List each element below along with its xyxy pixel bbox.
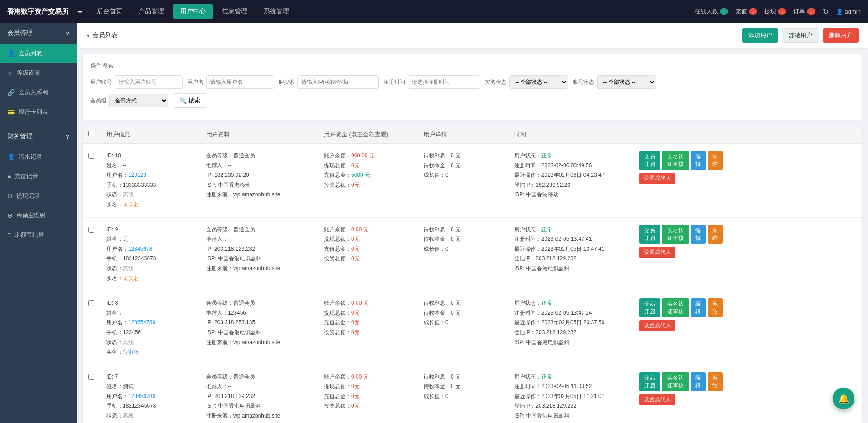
row3-freeze-btn[interactable]: 冻结 <box>708 298 723 317</box>
row1-balance[interactable]: 969.00 元 <box>351 152 375 159</box>
ip-label: IP搜索 <box>279 78 294 86</box>
sidebar-item-network[interactable]: 🔗 会员关系网 <box>0 83 77 102</box>
nav-item-info[interactable]: 信息管理 <box>215 4 255 19</box>
order-count: 0 <box>807 8 815 15</box>
table-header: 用户信息 用户资料 用户资金 (点击金额查看) 用户详情 时间 <box>83 126 862 144</box>
row4-checkbox[interactable] <box>88 374 94 380</box>
row4-username-link[interactable]: 123456789 <box>128 393 155 399</box>
sidebar-item-yuebao[interactable]: ⊕ 余额宝理财 <box>0 206 77 225</box>
yuebao-icon: ⊕ <box>7 212 13 219</box>
order-badge[interactable]: 订单 0 <box>793 7 815 15</box>
search-button[interactable]: 🔍 搜索 <box>173 93 207 108</box>
row3-checkbox[interactable] <box>88 300 94 306</box>
row3-edit-btn[interactable]: 编辑 <box>691 298 706 317</box>
real-status-select[interactable]: -- 全部状态 -- <box>509 75 568 89</box>
row2-user-data: 会员等级：普通会员 推荐人：-- IP: 203.218.129.232 ISP… <box>201 225 318 274</box>
search-title: 条件搜索 <box>90 62 855 70</box>
row1-agent-btn[interactable]: 设置成代人 <box>639 173 675 184</box>
row2-trade-btn[interactable]: 交易开启 <box>639 225 660 244</box>
refresh-icon[interactable]: ↻ <box>823 7 829 16</box>
row1-verify-btn[interactable]: 实名认证审核 <box>662 151 689 170</box>
yuebao-settle-label: 余额宝结算 <box>14 231 44 239</box>
row1-edit-btn[interactable]: 编辑 <box>691 151 706 170</box>
nav-item-system[interactable]: 系统管理 <box>256 4 296 19</box>
row3-trade-btn[interactable]: 交易开启 <box>639 298 660 317</box>
row4-user-data: 会员等级：普通会员 推荐人：-- IP: 203.218.129.232 ISP… <box>201 372 318 421</box>
row4-trade-btn[interactable]: 交易开启 <box>639 372 660 391</box>
username-input[interactable] <box>206 75 274 89</box>
bankcard-icon: 💳 <box>7 108 15 116</box>
transactions-icon: 👤 <box>7 153 15 160</box>
real-status-label: 实名状态 <box>485 78 506 86</box>
sidebar-item-level[interactable]: ☆ 等级设置 <box>0 63 77 83</box>
row1-user-info: ID: 10 姓名：-- 用户名：123123 手机：13333333333 状… <box>101 151 201 210</box>
row4-agent-btn[interactable]: 设置成代人 <box>639 394 675 405</box>
row1-checkbox[interactable] <box>88 153 94 159</box>
sidebar-item-yuebao-settle[interactable]: ≡ 余额宝结算 <box>0 225 77 245</box>
row2-freeze-btn[interactable]: 冻结 <box>708 225 723 244</box>
nav-item-product[interactable]: 产品管理 <box>131 4 171 19</box>
sidebar-item-member-list[interactable]: 👤 会员列表 <box>0 44 77 63</box>
group-select[interactable]: 全部方式 <box>109 94 168 107</box>
row4-detail: 待收利息：0 元 待收本金：0 元 成长值：0 <box>418 372 509 402</box>
row1-freeze-btn[interactable]: 冻结 <box>708 151 723 170</box>
sidebar-item-withdraw-records[interactable]: ⊙ 提现记录 <box>0 186 77 206</box>
top-nav-right: 在线人数 1 充值 0 提现 0 订单 0 ↻ 👤 admin <box>694 7 861 16</box>
row2-time: 用户状态：正常 注册时间：2023-02-05 13:47:41 最近操作：20… <box>509 225 636 274</box>
table-row: ID: 8 姓名：-- 用户名：123654789 手机：123456 状态：离… <box>83 291 862 365</box>
row2-verify-btn[interactable]: 实名认证审核 <box>662 225 689 244</box>
recharge-badge[interactable]: 充值 0 <box>735 7 757 15</box>
account-status-label: 账号状态 <box>573 78 594 86</box>
row4-verify-btn[interactable]: 实名认证审核 <box>662 372 689 391</box>
logo: 香港数字资产交易所 <box>7 7 68 16</box>
withdraw-badge[interactable]: 提现 0 <box>764 7 786 15</box>
withdraw-records-label: 提现记录 <box>16 192 40 200</box>
row3-verify-btn[interactable]: 实名认证审核 <box>662 298 689 317</box>
nav-item-dashboard[interactable]: 后台首页 <box>90 4 130 19</box>
section1-chevron: ∨ <box>65 29 70 37</box>
online-users[interactable]: 在线人数 1 <box>694 7 728 15</box>
row2-checkbox[interactable] <box>88 227 94 233</box>
row2-checkbox-col <box>83 225 101 233</box>
add-user-button[interactable]: 添加用户 <box>742 28 778 43</box>
account-input[interactable] <box>115 75 183 89</box>
row3-username-link[interactable]: 123654789 <box>128 319 155 326</box>
row1-time: 用户状态：正常 注册时间：2023-02-06 03:49:56 最近操作：20… <box>509 151 636 200</box>
admin-profile[interactable]: 👤 admin <box>836 8 861 15</box>
bankcard-label: 银行卡列表 <box>19 108 48 116</box>
regtime-input[interactable] <box>408 75 480 89</box>
sidebar-item-transactions[interactable]: 👤 流水记录 <box>0 147 77 167</box>
account-status-select[interactable]: -- 全部状态 -- <box>597 75 656 89</box>
delete-user-button[interactable]: 删除用户 <box>823 28 859 43</box>
menu-toggle-icon[interactable]: ≡ <box>77 7 82 16</box>
row1-funds: 账户余额：969.00 元 提现总额：0元 充值总金：5000 元 投资总额：0… <box>318 151 418 190</box>
row4-funds: 账户余额：0.00 元 提现总额：0元 充值总金：0元 投资总额：0元 <box>318 372 418 411</box>
row2-username-link[interactable]: 12345678 <box>128 246 152 252</box>
row2-agent-btn[interactable]: 设置成代人 <box>639 247 675 258</box>
sidebar-item-recharge-records[interactable]: ≡ 充值记录 <box>0 167 77 186</box>
row4-user-info: ID: 7 姓名：测试 用户名：123456789 手机：18212345678… <box>101 372 201 423</box>
row2-balance[interactable]: 0.00 元 <box>351 226 369 233</box>
ip-input[interactable] <box>297 75 379 89</box>
row4-balance[interactable]: 0.00 元 <box>351 374 369 380</box>
row3-balance[interactable]: 0.00 元 <box>351 300 369 306</box>
row2-edit-btn[interactable]: 编辑 <box>691 225 706 244</box>
freeze-user-button[interactable]: 冻结用户 <box>782 28 819 43</box>
row3-agent-btn[interactable]: 设置成代人 <box>639 320 675 331</box>
ip-field: IP搜索 <box>279 75 379 89</box>
row4-freeze-btn[interactable]: 冻结 <box>708 372 723 391</box>
row1-trade-btn[interactable]: 交易开启 <box>639 151 660 170</box>
sidebar-section-member[interactable]: 会员管理 ∨ <box>0 23 77 44</box>
float-notification-btn[interactable]: 🔔 <box>833 388 854 409</box>
sidebar-section-finance[interactable]: 财务管理 ∨ <box>0 126 77 147</box>
nav-item-user[interactable]: 用户中心 <box>173 4 213 19</box>
section2-chevron: ∨ <box>65 133 70 140</box>
regtime-label: 注册时间 <box>383 78 405 86</box>
row4-edit-btn[interactable]: 编辑 <box>691 372 706 391</box>
sidebar-item-bankcard[interactable]: 💳 银行卡列表 <box>0 102 77 122</box>
users-table: 用户信息 用户资料 用户资金 (点击金额查看) 用户详情 时间 ID: 10 姓… <box>82 126 863 423</box>
select-all-checkbox[interactable] <box>88 131 94 136</box>
row1-username-link[interactable]: 123123 <box>128 172 146 178</box>
username-label: 用户名 <box>187 78 203 86</box>
recharge-records-label: 充值记录 <box>14 172 38 180</box>
